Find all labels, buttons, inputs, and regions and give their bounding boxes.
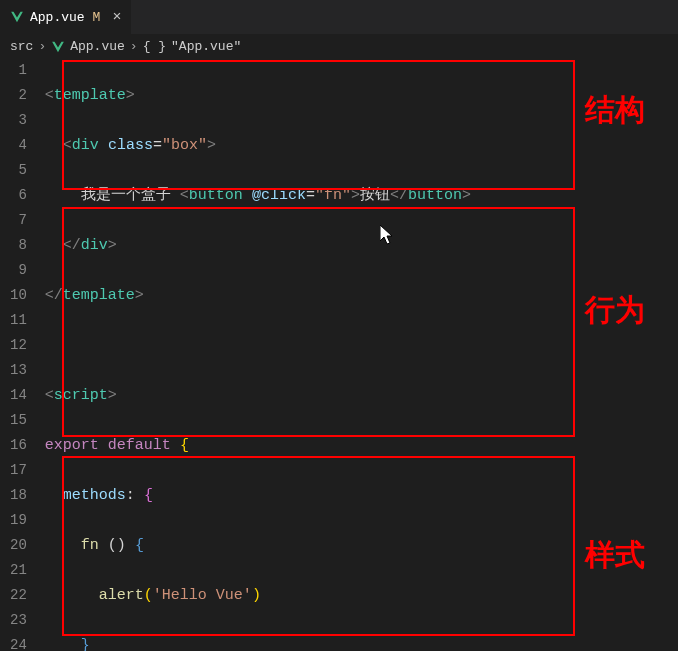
- line-number: 10: [10, 283, 27, 308]
- code-line: [45, 333, 678, 358]
- code-line: </div>: [45, 233, 678, 258]
- line-number: 12: [10, 333, 27, 358]
- code-line: 我是一个盒子 <button @click="fn">按钮</button>: [45, 183, 678, 208]
- line-number: 5: [10, 158, 27, 183]
- close-icon[interactable]: ×: [112, 10, 121, 25]
- line-number: 8: [10, 233, 27, 258]
- line-number: 22: [10, 583, 27, 608]
- code-line: alert('Hello Vue'): [45, 583, 678, 608]
- line-number: 3: [10, 108, 27, 133]
- line-number: 13: [10, 358, 27, 383]
- line-number: 17: [10, 458, 27, 483]
- line-number: 1: [10, 58, 27, 83]
- line-number: 16: [10, 433, 27, 458]
- line-number: 4: [10, 133, 27, 158]
- code-line: <script>: [45, 383, 678, 408]
- breadcrumb-segment[interactable]: "App.vue": [171, 39, 241, 54]
- editor-tab[interactable]: App.vue M ×: [0, 0, 132, 34]
- line-number: 20: [10, 533, 27, 558]
- code-line: }: [45, 633, 678, 651]
- line-number: 14: [10, 383, 27, 408]
- breadcrumb-segment[interactable]: App.vue: [70, 39, 125, 54]
- tab-bar: App.vue M ×: [0, 0, 678, 35]
- tab-modified-indicator: M: [93, 10, 101, 25]
- line-number: 23: [10, 608, 27, 633]
- line-number: 19: [10, 508, 27, 533]
- code-line: fn () {: [45, 533, 678, 558]
- vue-file-icon: [51, 40, 65, 54]
- line-number: 9: [10, 258, 27, 283]
- vue-file-icon: [10, 10, 24, 24]
- line-number: 15: [10, 408, 27, 433]
- line-number: 6: [10, 183, 27, 208]
- line-number: 21: [10, 558, 27, 583]
- code-line: <template>: [45, 83, 678, 108]
- breadcrumb: src › App.vue › { } "App.vue": [0, 35, 678, 58]
- tab-filename: App.vue: [30, 10, 85, 25]
- chevron-right-icon: ›: [130, 39, 138, 54]
- code-line: export default {: [45, 433, 678, 458]
- code-line: methods: {: [45, 483, 678, 508]
- line-number-gutter: 1 2 3 4 5 6 7 8 9 10 11 12 13 14 15 16 1…: [0, 58, 45, 651]
- editor[interactable]: 1 2 3 4 5 6 7 8 9 10 11 12 13 14 15 16 1…: [0, 58, 678, 651]
- code-area[interactable]: <template> <div class="box"> 我是一个盒子 <but…: [45, 58, 678, 651]
- code-line: </template>: [45, 283, 678, 308]
- braces-icon: { }: [143, 39, 166, 54]
- line-number: 24: [10, 633, 27, 651]
- line-number: 11: [10, 308, 27, 333]
- code-line: <div class="box">: [45, 133, 678, 158]
- breadcrumb-segment[interactable]: src: [10, 39, 33, 54]
- line-number: 7: [10, 208, 27, 233]
- line-number: 18: [10, 483, 27, 508]
- chevron-right-icon: ›: [38, 39, 46, 54]
- line-number: 2: [10, 83, 27, 108]
